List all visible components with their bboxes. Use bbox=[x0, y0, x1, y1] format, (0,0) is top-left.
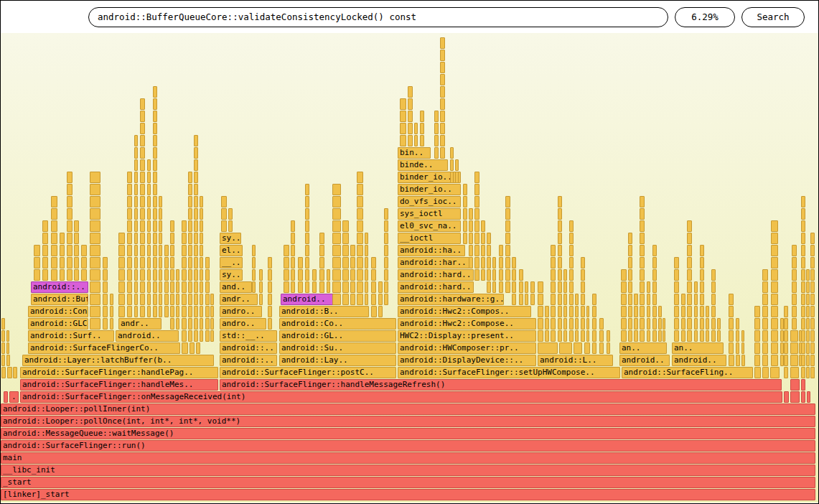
flame-frame[interactable] bbox=[134, 257, 138, 269]
flame-frame[interactable] bbox=[90, 245, 100, 256]
flame-frame[interactable] bbox=[729, 318, 734, 330]
flame-frame[interactable] bbox=[6, 330, 9, 342]
flame-frame[interactable] bbox=[586, 318, 589, 330]
flame-frame[interactable] bbox=[687, 330, 692, 342]
flame-frame[interactable] bbox=[332, 220, 341, 232]
flame-frame[interactable] bbox=[189, 342, 195, 354]
flame-frame[interactable] bbox=[200, 257, 203, 269]
flame-frame[interactable]: android::HWComposer::pr.. bbox=[398, 342, 536, 354]
flame-frame[interactable] bbox=[792, 318, 797, 330]
flame-frame[interactable] bbox=[291, 281, 295, 293]
flame-frame[interactable] bbox=[182, 220, 187, 232]
flame-frame[interactable] bbox=[771, 281, 778, 293]
flame-frame[interactable] bbox=[771, 233, 778, 244]
flame-frame[interactable] bbox=[90, 269, 100, 281]
flame-frame[interactable] bbox=[440, 62, 445, 73]
flame-frame[interactable] bbox=[551, 306, 556, 317]
flame-frame[interactable] bbox=[810, 367, 815, 378]
flame-frame[interactable]: android::DisplayDevice::.. bbox=[398, 355, 536, 366]
flame-frame[interactable] bbox=[110, 318, 113, 330]
flame-frame[interactable]: android::har.. bbox=[398, 257, 469, 269]
flame-frame[interactable] bbox=[252, 269, 256, 281]
flame-frame[interactable] bbox=[153, 123, 157, 134]
flame-frame[interactable] bbox=[711, 281, 716, 293]
flame-frame[interactable] bbox=[188, 294, 192, 305]
flame-frame[interactable]: binde.. bbox=[398, 159, 448, 171]
flame-frame[interactable] bbox=[194, 281, 198, 293]
flame-frame[interactable] bbox=[147, 294, 151, 305]
flame-frame[interactable] bbox=[558, 208, 562, 220]
flame-frame[interactable] bbox=[134, 135, 138, 146]
flame-frame[interactable] bbox=[810, 294, 815, 305]
flame-frame[interactable] bbox=[200, 245, 203, 256]
flame-frame[interactable] bbox=[754, 367, 761, 378]
flame-frame[interactable]: android::hard.. bbox=[398, 281, 474, 293]
flame-frame[interactable] bbox=[440, 111, 445, 122]
flame-frame[interactable] bbox=[551, 330, 556, 342]
flame-frame[interactable] bbox=[384, 233, 388, 244]
flame-frame[interactable]: andr.. bbox=[118, 318, 162, 330]
flame-frame[interactable] bbox=[599, 318, 604, 330]
flame-frame[interactable] bbox=[801, 330, 805, 342]
flame-frame[interactable] bbox=[118, 257, 125, 269]
flame-frame[interactable] bbox=[332, 245, 341, 256]
flame-frame[interactable] bbox=[801, 379, 805, 391]
flame-frame[interactable] bbox=[551, 257, 556, 269]
flame-frame[interactable] bbox=[134, 306, 138, 317]
flame-frame[interactable] bbox=[127, 306, 132, 317]
flame-frame[interactable] bbox=[420, 135, 424, 146]
flame-frame[interactable] bbox=[647, 318, 650, 330]
flame-frame[interactable] bbox=[182, 318, 187, 330]
flame-frame[interactable] bbox=[634, 306, 638, 317]
flame-frame[interactable] bbox=[221, 196, 227, 207]
flame-frame[interactable] bbox=[164, 245, 169, 256]
flame-frame[interactable] bbox=[640, 245, 645, 256]
flame-frame[interactable] bbox=[792, 306, 797, 317]
flame-frame[interactable] bbox=[801, 318, 805, 330]
flame-frame[interactable] bbox=[134, 220, 138, 232]
flame-frame[interactable] bbox=[134, 147, 138, 159]
flame-frame[interactable] bbox=[90, 233, 100, 244]
flame-frame[interactable] bbox=[499, 245, 503, 256]
flame-frame[interactable] bbox=[182, 233, 187, 244]
flame-frame[interactable] bbox=[487, 269, 491, 281]
flame-frame[interactable] bbox=[194, 208, 198, 220]
flame-frame[interactable] bbox=[754, 306, 760, 317]
flame-frame[interactable] bbox=[147, 220, 151, 232]
flame-frame[interactable] bbox=[530, 281, 535, 293]
flame-frame[interactable] bbox=[558, 294, 562, 305]
flame-frame[interactable] bbox=[153, 294, 157, 305]
flame-frame[interactable] bbox=[176, 306, 179, 317]
flame-frame[interactable] bbox=[700, 318, 704, 330]
flame-frame[interactable] bbox=[194, 147, 198, 159]
flame-frame[interactable] bbox=[538, 342, 558, 354]
flame-frame[interactable] bbox=[762, 269, 768, 281]
flame-frame[interactable] bbox=[371, 269, 376, 281]
flame-frame[interactable] bbox=[762, 367, 769, 378]
flame-frame[interactable] bbox=[182, 257, 187, 269]
flame-frame[interactable] bbox=[194, 135, 198, 146]
flame-frame[interactable] bbox=[42, 220, 48, 232]
flame-frame[interactable]: binder_io.. bbox=[398, 184, 461, 195]
flame-frame[interactable] bbox=[487, 281, 491, 293]
flame-frame[interactable] bbox=[810, 257, 815, 269]
flame-frame[interactable] bbox=[1, 355, 5, 366]
flame-frame[interactable] bbox=[51, 196, 57, 207]
flame-frame[interactable] bbox=[170, 281, 174, 293]
flame-frame[interactable] bbox=[474, 269, 479, 281]
flame-frame[interactable] bbox=[810, 233, 815, 244]
flame-frame[interactable] bbox=[252, 257, 256, 269]
flame-frame[interactable] bbox=[400, 135, 406, 146]
flame-frame[interactable] bbox=[801, 257, 805, 269]
flame-frame[interactable] bbox=[640, 294, 645, 305]
flame-frame[interactable] bbox=[7, 367, 12, 378]
flame-frame[interactable] bbox=[807, 391, 810, 403]
flame-frame[interactable] bbox=[90, 220, 100, 232]
flame-frame[interactable] bbox=[481, 220, 485, 232]
flame-frame[interactable] bbox=[801, 367, 805, 378]
flame-frame[interactable] bbox=[634, 318, 638, 330]
flame-frame[interactable] bbox=[153, 233, 157, 244]
flame-frame[interactable] bbox=[581, 306, 585, 317]
flame-frame[interactable] bbox=[700, 257, 704, 269]
flame-frame[interactable] bbox=[140, 147, 145, 159]
